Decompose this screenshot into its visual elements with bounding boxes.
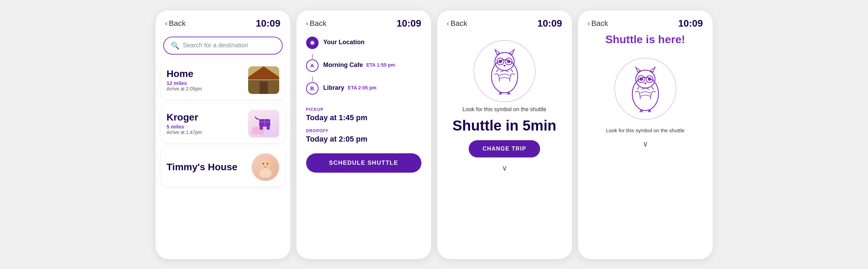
- timmy-image: [252, 153, 279, 181]
- morning-cafe-label: Morning Cafe: [323, 61, 363, 69]
- kroger-arrive: Arrive at 1:47pm: [167, 129, 202, 135]
- morning-cafe-info: Morning Cafe ETA 1:55 pm: [323, 59, 395, 69]
- connector-2: [312, 77, 313, 81]
- kroger-image: [248, 110, 279, 137]
- pickup-label: PICKUP: [306, 107, 421, 112]
- svg-point-19: [499, 60, 502, 63]
- header-search: ‹ Back 10:09: [156, 10, 290, 33]
- home-info: Home 12 miles Arrive at 2:05pm: [167, 68, 202, 92]
- destination-timmy[interactable]: Timmy's House: [161, 148, 285, 186]
- baby-icon: [255, 157, 276, 177]
- svg-point-24: [636, 70, 655, 88]
- symbol-text: Look for this symbol on the shuttle: [437, 106, 572, 113]
- library-eta: ETA 2:05 pm: [348, 85, 377, 90]
- home-arrive: Arrive at 2:05pm: [167, 86, 202, 92]
- morning-cafe-eta: ETA 1:55 pm: [367, 62, 395, 68]
- owl-symbol-container-arrived: [578, 58, 713, 120]
- header-route: ‹ Back 10:09: [296, 10, 431, 33]
- cart-icon: [252, 112, 276, 135]
- time-display: 10:09: [678, 18, 703, 29]
- svg-point-6: [266, 126, 270, 130]
- svg-line-30: [652, 87, 654, 89]
- owl-circle: [474, 40, 536, 102]
- kroger-name: Kroger: [167, 112, 202, 123]
- back-button[interactable]: ‹ Back: [588, 19, 608, 28]
- header-waiting: ‹ Back 10:09: [437, 10, 572, 33]
- header-arrived: ‹ Back 10:09: [578, 10, 713, 33]
- screen-waiting: ‹ Back 10:09: [437, 10, 572, 259]
- svg-point-0: [252, 126, 266, 135]
- svg-point-27: [640, 77, 643, 81]
- destination-list: Home 12 miles Arrive at 2:05pm Kroger 5 …: [156, 61, 290, 143]
- svg-point-28: [648, 77, 651, 81]
- connector-1: [312, 54, 313, 59]
- symbol-text-arrived: Look for this symbol on the shuttle: [578, 127, 713, 133]
- search-icon: 🔍: [171, 41, 179, 50]
- svg-point-14: [311, 41, 314, 44]
- shuttle-countdown: Shuttle in 5min: [437, 117, 572, 134]
- stop-a-dot: A: [306, 59, 319, 72]
- change-trip-button[interactable]: CHANGE TRIP: [469, 140, 540, 157]
- stop-your-location: Your Location: [306, 37, 421, 49]
- svg-point-11: [263, 163, 264, 164]
- svg-point-10: [259, 169, 272, 177]
- library-info: Library ETA 2:05 pm: [323, 82, 377, 92]
- stop-morning-cafe: A Morning Cafe ETA 1:55 pm: [306, 59, 421, 72]
- kroger-miles: 5 miles: [167, 124, 202, 129]
- dropoff-value: Today at 2:05 pm: [306, 135, 421, 144]
- destination-kroger[interactable]: Kroger 5 miles Arrive at 1:47pm: [161, 104, 285, 143]
- chevron-left-icon: ‹: [165, 19, 168, 27]
- svg-line-22: [511, 69, 513, 72]
- screen-arrived: ‹ Back 10:09 Shuttle is here!: [578, 10, 713, 259]
- timmy-name: Timmy's House: [167, 162, 237, 173]
- location-dot: [306, 37, 319, 49]
- your-location-info: Your Location: [323, 37, 365, 46]
- shuttle-here-title: Shuttle is here!: [578, 33, 713, 46]
- stop-library: B Library ETA 2:05 pm: [306, 82, 421, 95]
- owl-symbol-container: [437, 40, 572, 102]
- svg-point-1: [264, 128, 276, 135]
- dropoff-label: DROPOFF: [306, 128, 421, 133]
- chevron-down-icon-arrived[interactable]: ∨: [578, 140, 713, 152]
- back-label: Back: [591, 19, 608, 28]
- svg-point-20: [507, 60, 510, 63]
- svg-line-4: [255, 117, 257, 119]
- back-label: Back: [450, 19, 467, 28]
- svg-line-21: [496, 69, 498, 72]
- svg-point-5: [260, 126, 263, 130]
- chevron-left-icon: ‹: [306, 19, 309, 27]
- stop-b-label: B: [310, 85, 314, 91]
- chevron-left-icon: ‹: [588, 19, 590, 27]
- your-location-label: Your Location: [323, 39, 365, 46]
- chevron-left-icon: ‹: [447, 19, 449, 27]
- screen-route: ‹ Back 10:09 Your Location A Mornin: [296, 10, 431, 259]
- location-icon: [310, 40, 315, 46]
- svg-point-9: [260, 159, 271, 170]
- time-display: 10:09: [256, 18, 281, 29]
- kroger-info: Kroger 5 miles Arrive at 1:47pm: [167, 112, 202, 135]
- search-bar[interactable]: 🔍 Search for a destination: [163, 37, 283, 55]
- owl-icon-arrived: [625, 65, 666, 113]
- home-image: [248, 66, 279, 94]
- home-miles: 12 miles: [167, 80, 202, 86]
- back-button[interactable]: ‹ Back: [165, 19, 186, 28]
- back-label: Back: [310, 19, 326, 28]
- chevron-down-icon[interactable]: ∨: [437, 164, 572, 176]
- schedule-shuttle-button[interactable]: SCHEDULE SHUTTLE: [306, 153, 421, 173]
- search-input[interactable]: Search for a destination: [183, 42, 248, 49]
- svg-point-12: [267, 163, 268, 164]
- route-stops: Your Location A Morning Cafe ETA 1:55 pm…: [296, 33, 431, 99]
- back-label: Back: [169, 19, 186, 28]
- svg-line-29: [637, 87, 639, 89]
- time-display: 10:09: [397, 18, 421, 29]
- svg-point-16: [495, 52, 514, 70]
- trip-details: PICKUP Today at 1:45 pm DROPOFF Today at…: [296, 99, 431, 150]
- owl-circle-arrived: [614, 58, 676, 120]
- destination-home[interactable]: Home 12 miles Arrive at 2:05pm: [161, 61, 285, 99]
- pickup-value: Today at 1:45 pm: [306, 113, 421, 122]
- time-display: 10:09: [537, 18, 562, 29]
- screen-search: ‹ Back 10:09 🔍 Search for a destination …: [156, 10, 290, 259]
- home-name: Home: [167, 68, 202, 79]
- back-button[interactable]: ‹ Back: [306, 19, 327, 28]
- back-button[interactable]: ‹ Back: [447, 19, 468, 28]
